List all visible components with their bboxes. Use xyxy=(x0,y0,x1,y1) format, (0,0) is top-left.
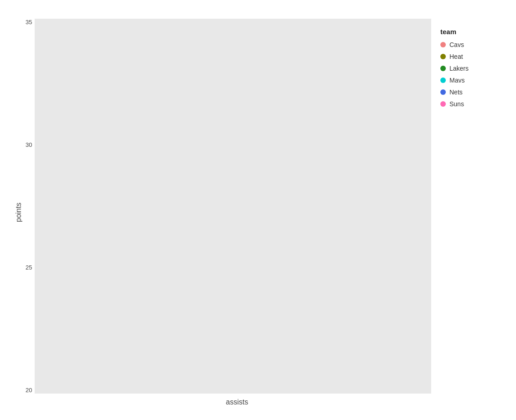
legend-title: team xyxy=(440,28,500,36)
legend-item: Suns xyxy=(440,100,500,108)
plot-with-axes: 35302520 681012 assists xyxy=(26,19,431,406)
x-tick-label: 6 xyxy=(119,388,122,395)
legend-dot xyxy=(440,54,446,59)
data-point-lakers xyxy=(238,25,244,31)
legend-label: Heat xyxy=(449,53,463,60)
legend-item: Nets xyxy=(440,88,500,96)
legend-item: Lakers xyxy=(440,65,500,72)
legend-item: Cavs xyxy=(440,41,500,48)
data-point-cavs xyxy=(397,208,402,213)
y-tick-label: 20 xyxy=(35,365,41,372)
chart-container: points 35302520 681012 assists xyxy=(7,10,509,411)
legend-item: Mavs xyxy=(440,77,500,84)
grid-lines xyxy=(43,19,431,386)
x-tick-label: 12 xyxy=(350,388,356,395)
legend-item: Heat xyxy=(440,53,500,60)
y-tick-label: 30 xyxy=(35,186,41,192)
legend-dot xyxy=(440,101,446,107)
data-point-nets xyxy=(119,116,125,122)
legend-label: Lakers xyxy=(449,65,469,72)
legend-label: Nets xyxy=(449,88,463,96)
legend-dot xyxy=(440,42,446,47)
plot-area: points 35302520 681012 assists xyxy=(12,19,431,406)
x-tick-label: 8 xyxy=(196,388,200,395)
y-tick-labels: 35302520 xyxy=(26,19,43,386)
legend-dot xyxy=(440,89,446,95)
scatter-plot xyxy=(43,19,431,386)
legend-items: Cavs Heat Lakers Mavs Nets Suns xyxy=(440,41,500,108)
plot-inner: points 35302520 681012 assists xyxy=(12,19,431,406)
x-axis: 681012 xyxy=(43,386,431,395)
data-point-suns xyxy=(357,226,363,232)
legend-label: Cavs xyxy=(449,41,464,48)
x-tick-label: 10 xyxy=(273,388,279,395)
y-tick-label: 35 xyxy=(35,96,41,103)
legend-dot xyxy=(440,78,446,83)
legend-label: Mavs xyxy=(449,77,464,84)
x-axis-label: assists xyxy=(43,395,431,406)
legend-label: Suns xyxy=(449,100,464,108)
data-point-mavs xyxy=(80,299,85,305)
data-point-heat xyxy=(159,370,165,376)
legend-dot xyxy=(440,66,446,71)
legend: team Cavs Heat Lakers Mavs Nets Suns xyxy=(431,19,504,117)
y-axis-label: points xyxy=(12,19,26,406)
y-tick-label: 25 xyxy=(35,275,41,282)
